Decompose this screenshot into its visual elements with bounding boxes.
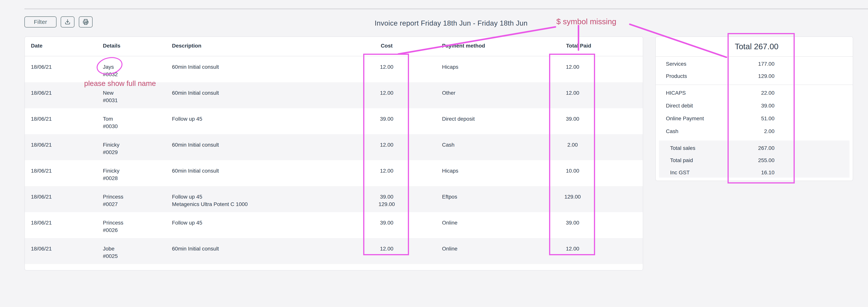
cell-details: Princess#0027 xyxy=(103,193,123,208)
invoice-date: 18/06/21 xyxy=(31,115,52,123)
summary-label: Services xyxy=(666,61,686,67)
patient-name: Tom xyxy=(103,115,118,123)
invoice-date: 18/06/21 xyxy=(31,193,52,201)
cell-details: New#0031 xyxy=(103,89,118,104)
print-icon xyxy=(82,18,89,26)
patient-name: New xyxy=(103,89,118,97)
cell-date: 18/06/21 xyxy=(31,89,52,97)
invoice-number: #0028 xyxy=(103,175,120,182)
print-button[interactable] xyxy=(79,17,93,28)
invoice-date: 18/06/21 xyxy=(31,219,52,226)
invoice-date: 18/06/21 xyxy=(31,63,52,71)
invoice-number: #0025 xyxy=(103,252,118,260)
cell-description: 60min Initial consult xyxy=(172,167,219,175)
cell-payment: Hicaps xyxy=(442,63,458,71)
cell-payment: Hicaps xyxy=(442,167,458,175)
annotation-box-total-paid-column xyxy=(549,54,595,255)
cell-details: Princess#0026 xyxy=(103,219,123,234)
cell-description: Follow up 45 xyxy=(172,115,202,123)
payment-method: Online xyxy=(442,245,458,252)
patient-name: Finicky xyxy=(103,141,120,149)
cell-description: 60min Initial consult xyxy=(172,89,219,97)
cell-description: 60min Initial consult xyxy=(172,63,219,71)
payment-method: Other xyxy=(442,89,455,97)
cell-details: Jobe#0025 xyxy=(103,245,118,260)
payment-method: Cash xyxy=(442,141,455,149)
cell-description: Follow up 45Metagenics Ultra Potent C 10… xyxy=(172,193,248,208)
page-title: Invoice report Friday 18th Jun - Friday … xyxy=(375,19,528,27)
cell-description: 60min Initial consult xyxy=(172,141,219,149)
cell-details: Jays#0032 xyxy=(103,63,118,78)
invoice-number: #0026 xyxy=(103,226,123,234)
annotation-box-summary-total xyxy=(727,33,795,183)
payment-method: Online xyxy=(442,219,458,226)
description-line: Follow up 45 xyxy=(172,193,248,201)
payment-method: Hicaps xyxy=(442,63,458,71)
cell-details: Tom#0030 xyxy=(103,115,118,130)
summary-label: Cash xyxy=(666,128,678,134)
patient-name: Finicky xyxy=(103,167,120,175)
column-header-payment: Payment method xyxy=(442,42,485,50)
cell-payment: Cash xyxy=(442,141,455,149)
column-header-total-paid: Total Paid xyxy=(566,42,591,50)
description-line: 60min Initial consult xyxy=(172,89,219,97)
cell-date: 18/06/21 xyxy=(31,167,52,175)
cell-description: Follow up 45 xyxy=(172,219,202,226)
cell-payment: Other xyxy=(442,89,455,97)
column-header-details: Details xyxy=(103,42,120,50)
description-line: Follow up 45 xyxy=(172,115,202,123)
description-line: 60min Initial consult xyxy=(172,141,219,149)
column-header-description: Description xyxy=(172,42,202,50)
invoice-date: 18/06/21 xyxy=(31,141,52,149)
summary-label: Total paid xyxy=(670,157,693,163)
cell-date: 18/06/21 xyxy=(31,245,52,252)
column-header-date: Date xyxy=(31,42,42,50)
description-line: 60min Initial consult xyxy=(172,245,219,252)
patient-name: Princess xyxy=(103,219,123,226)
invoice-number: #0027 xyxy=(103,201,123,208)
summary-label: Total sales xyxy=(670,145,695,151)
cell-date: 18/06/21 xyxy=(31,193,52,201)
cell-payment: Direct deposit xyxy=(442,115,475,123)
payment-method: Hicaps xyxy=(442,167,458,175)
summary-label: Products xyxy=(666,73,687,79)
invoice-date: 18/06/21 xyxy=(31,89,52,97)
annotation-box-cost-column xyxy=(363,54,409,255)
summary-label: HICAPS xyxy=(666,90,686,96)
cell-date: 18/06/21 xyxy=(31,219,52,226)
table-header-row: Date Details Description Cost Payment me… xyxy=(25,37,643,56)
annotation-dollar-missing: $ symbol missing xyxy=(556,17,616,26)
cell-payment: Online xyxy=(442,219,458,226)
summary-label: Online Payment xyxy=(666,116,704,122)
download-button[interactable] xyxy=(61,17,74,28)
cell-details: Finicky#0029 xyxy=(103,141,120,156)
patient-name: Jays xyxy=(103,63,118,71)
invoice-number: #0032 xyxy=(103,71,118,78)
download-icon xyxy=(64,18,71,26)
description-line: 60min Initial consult xyxy=(172,167,219,175)
description-line: Metagenics Ultra Potent C 1000 xyxy=(172,201,248,208)
patient-name: Princess xyxy=(103,193,123,201)
cell-date: 18/06/21 xyxy=(31,63,52,71)
top-divider xyxy=(24,8,868,9)
cell-date: 18/06/21 xyxy=(31,115,52,123)
summary-label: Inc GST xyxy=(670,170,690,176)
column-header-cost: Cost xyxy=(348,42,425,50)
payment-method: Eftpos xyxy=(442,193,457,201)
description-line: 60min Initial consult xyxy=(172,63,219,71)
cell-payment: Eftpos xyxy=(442,193,457,201)
invoice-date: 18/06/21 xyxy=(31,245,52,252)
invoice-number: #0029 xyxy=(103,149,120,156)
cell-payment: Online xyxy=(442,245,458,252)
summary-label: Direct debit xyxy=(666,103,693,109)
cell-description: 60min Initial consult xyxy=(172,245,219,252)
patient-name: Jobe xyxy=(103,245,118,252)
description-line: Follow up 45 xyxy=(172,219,202,226)
filter-button[interactable]: Filter xyxy=(24,17,57,28)
invoice-number: #0030 xyxy=(103,123,118,130)
cell-details: Finicky#0028 xyxy=(103,167,120,182)
invoice-report-page: { "page": { "title": "Invoice report Fri… xyxy=(0,0,868,307)
invoice-date: 18/06/21 xyxy=(31,167,52,175)
invoice-number: #0031 xyxy=(103,97,118,104)
cell-date: 18/06/21 xyxy=(31,141,52,149)
